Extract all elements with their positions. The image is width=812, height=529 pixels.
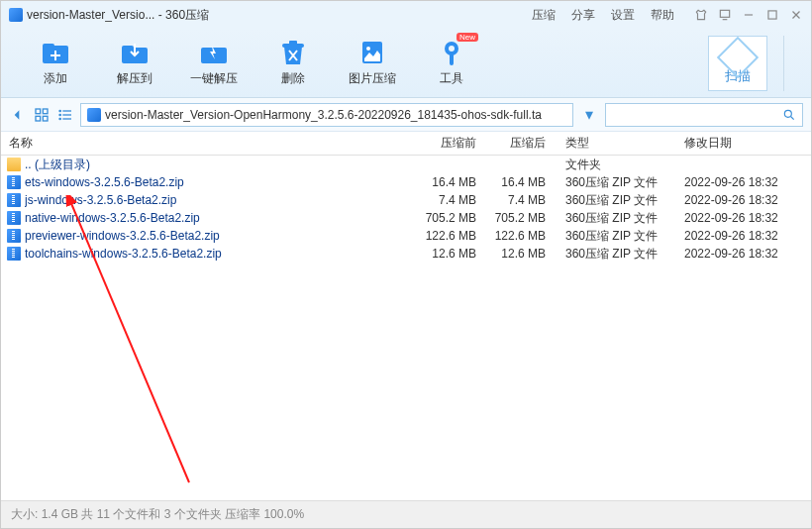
svg-point-27 bbox=[59, 114, 60, 115]
svg-point-29 bbox=[784, 110, 791, 117]
pathbar: version-Master_Version-OpenHarmony_3.2.5… bbox=[1, 98, 811, 132]
one-click-extract-button[interactable]: 一键解压 bbox=[179, 39, 249, 87]
back-button[interactable] bbox=[9, 106, 27, 124]
one-click-icon bbox=[199, 40, 229, 65]
parent-dir-name: .. (上级目录) bbox=[25, 157, 417, 173]
view-icons-button[interactable] bbox=[33, 106, 51, 124]
file-row[interactable]: toolchains-windows-3.2.5.6-Beta2.zip 12.… bbox=[1, 245, 811, 263]
file-row[interactable]: js-windows-3.2.5.6-Beta2.zip 7.4 MB 7.4 … bbox=[1, 191, 811, 209]
scan-button[interactable]: 扫描 bbox=[708, 36, 767, 91]
svg-point-17 bbox=[449, 46, 455, 52]
menu-settings[interactable]: 设置 bbox=[611, 7, 635, 24]
window-controls bbox=[694, 8, 803, 22]
file-name: native-windows-3.2.5.6-Beta2.zip bbox=[25, 211, 417, 225]
delete-icon bbox=[280, 39, 306, 66]
svg-rect-10 bbox=[122, 46, 134, 52]
image-compress-button[interactable]: 图片压缩 bbox=[338, 39, 407, 87]
file-size-before: 7.4 MB bbox=[417, 193, 486, 207]
one-click-label: 一键解压 bbox=[190, 70, 238, 87]
app-icon bbox=[9, 8, 23, 22]
file-size-after: 7.4 MB bbox=[486, 193, 556, 207]
svg-rect-19 bbox=[36, 109, 41, 114]
file-name: ets-windows-3.2.5.6-Beta2.zip bbox=[25, 175, 417, 189]
zip-icon bbox=[7, 211, 21, 225]
file-size-before: 12.6 MB bbox=[417, 247, 486, 261]
file-row[interactable]: native-windows-3.2.5.6-Beta2.zip 705.2 M… bbox=[1, 209, 811, 227]
header-name[interactable]: 名称 bbox=[1, 135, 417, 152]
file-size-after: 705.2 MB bbox=[486, 211, 556, 225]
view-list-button[interactable] bbox=[56, 106, 74, 124]
minimize-icon[interactable] bbox=[742, 8, 756, 22]
zip-icon bbox=[7, 229, 21, 243]
file-type: 360压缩 ZIP 文件 bbox=[556, 192, 674, 209]
header-before[interactable]: 压缩前 bbox=[417, 135, 486, 152]
column-headers: 名称 压缩前 压缩后 类型 修改日期 bbox=[1, 132, 811, 156]
zip-icon bbox=[7, 175, 21, 189]
svg-point-26 bbox=[59, 110, 60, 111]
file-name: js-windows-3.2.5.6-Beta2.zip bbox=[25, 193, 417, 207]
parent-dir-row[interactable]: .. (上级目录) 文件夹 bbox=[1, 156, 811, 173]
extract-icon bbox=[120, 40, 150, 65]
svg-rect-18 bbox=[450, 53, 454, 65]
extract-to-button[interactable]: 解压到 bbox=[100, 39, 169, 87]
window-title: version-Master_Versio... - 360压缩 bbox=[9, 7, 209, 24]
statusbar: 大小: 1.4 GB 共 11 个文件和 3 个文件夹 压缩率 100.0% bbox=[1, 500, 811, 528]
svg-line-30 bbox=[791, 116, 794, 119]
file-type: 360压缩 ZIP 文件 bbox=[556, 174, 674, 191]
tools-label: 工具 bbox=[440, 70, 463, 87]
header-modified[interactable]: 修改日期 bbox=[674, 135, 803, 152]
svg-point-28 bbox=[59, 118, 60, 119]
image-compress-icon bbox=[359, 39, 385, 66]
file-date: 2022-09-26 18:32 bbox=[674, 193, 803, 207]
scan-label: 扫描 bbox=[725, 67, 751, 85]
svg-rect-2 bbox=[768, 11, 776, 19]
window-title-text: version-Master_Versio... - 360压缩 bbox=[27, 7, 209, 24]
file-size-after: 16.4 MB bbox=[486, 175, 556, 189]
tools-button[interactable]: New 工具 bbox=[417, 39, 486, 87]
extract-label: 解压到 bbox=[117, 70, 152, 87]
file-size-before: 16.4 MB bbox=[417, 175, 486, 189]
svg-rect-0 bbox=[720, 10, 729, 17]
main-menu: 压缩 分享 设置 帮助 bbox=[532, 7, 674, 24]
header-type[interactable]: 类型 bbox=[556, 135, 674, 152]
file-date: 2022-09-26 18:32 bbox=[674, 211, 803, 225]
maximize-icon[interactable] bbox=[765, 8, 779, 22]
titlebar: version-Master_Versio... - 360压缩 压缩 分享 设… bbox=[1, 1, 811, 29]
add-icon bbox=[41, 40, 70, 65]
add-button[interactable]: 添加 bbox=[21, 39, 90, 87]
file-date: 2022-09-26 18:32 bbox=[674, 175, 803, 189]
path-field[interactable]: version-Master_Version-OpenHarmony_3.2.5… bbox=[80, 103, 573, 127]
archive-icon bbox=[87, 108, 101, 122]
toolbar: 添加 解压到 一键解压 删除 图片压缩 New 工具 扫描 bbox=[1, 29, 811, 98]
delete-button[interactable]: 删除 bbox=[258, 39, 328, 87]
folder-icon bbox=[7, 158, 21, 171]
menu-share[interactable]: 分享 bbox=[571, 7, 595, 24]
header-after[interactable]: 压缩后 bbox=[486, 135, 556, 152]
search-input[interactable] bbox=[605, 103, 803, 127]
toolbar-divider bbox=[783, 36, 791, 91]
zip-icon bbox=[7, 193, 21, 207]
add-label: 添加 bbox=[44, 70, 67, 87]
file-size-before: 122.6 MB bbox=[417, 229, 486, 243]
close-icon[interactable] bbox=[789, 8, 803, 22]
path-dropdown[interactable]: ▾ bbox=[579, 105, 599, 124]
file-row[interactable]: ets-windows-3.2.5.6-Beta2.zip 16.4 MB 16… bbox=[1, 173, 811, 191]
file-type: 360压缩 ZIP 文件 bbox=[556, 246, 674, 263]
feedback-icon[interactable] bbox=[718, 8, 732, 22]
svg-point-15 bbox=[366, 47, 370, 51]
file-type: 360压缩 ZIP 文件 bbox=[556, 228, 674, 245]
svg-rect-21 bbox=[36, 116, 41, 121]
file-row[interactable]: previewer-windows-3.2.5.6-Beta2.zip 122.… bbox=[1, 227, 811, 245]
parent-dir-type: 文件夹 bbox=[556, 157, 674, 173]
svg-rect-13 bbox=[289, 41, 297, 45]
skin-icon[interactable] bbox=[694, 8, 708, 22]
file-size-before: 705.2 MB bbox=[417, 211, 486, 225]
file-type: 360压缩 ZIP 文件 bbox=[556, 210, 674, 227]
file-name: previewer-windows-3.2.5.6-Beta2.zip bbox=[25, 229, 417, 243]
menu-help[interactable]: 帮助 bbox=[651, 7, 674, 24]
search-icon bbox=[782, 108, 796, 122]
menu-compress[interactable]: 压缩 bbox=[532, 7, 556, 24]
new-badge: New bbox=[457, 33, 478, 42]
file-date: 2022-09-26 18:32 bbox=[674, 229, 803, 243]
path-text: version-Master_Version-OpenHarmony_3.2.5… bbox=[105, 108, 542, 122]
